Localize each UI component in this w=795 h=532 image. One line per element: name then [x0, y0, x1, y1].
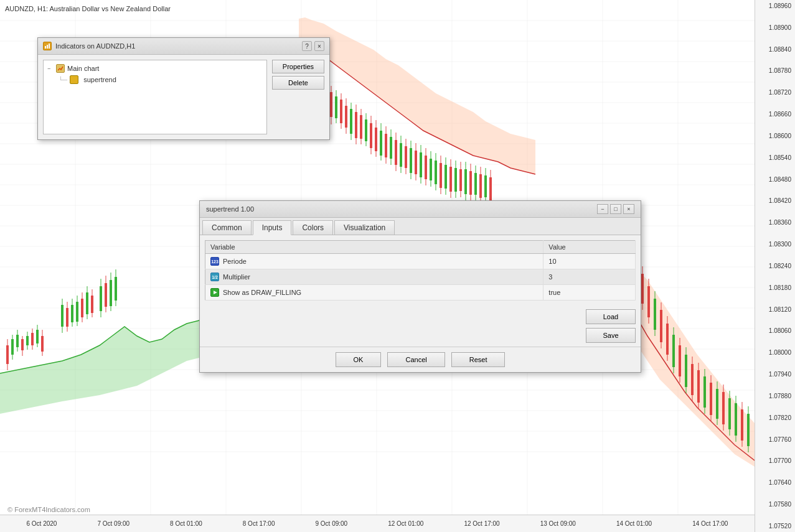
- time-label-8: 14 Oct 01:00: [616, 520, 652, 527]
- supertrend-label: supertrend: [83, 76, 116, 83]
- price-label-0: 1.08960: [756, 2, 794, 9]
- price-label-20: 1.07760: [756, 436, 794, 443]
- price-label-1: 1.08900: [756, 24, 794, 31]
- variable-cell-0: 123 Periode: [205, 254, 543, 269]
- table-row[interactable]: 1/2 Multiplier 3: [205, 269, 636, 285]
- value-cell-1[interactable]: 3: [543, 269, 636, 285]
- cancel-button[interactable]: Cancel: [387, 352, 445, 367]
- save-button[interactable]: Save: [586, 328, 636, 343]
- price-label-2: 1.08840: [756, 46, 794, 53]
- props-close-button[interactable]: ×: [623, 204, 634, 214]
- properties-dialog: supertrend 1.00 − □ × Common Inputs Colo…: [199, 200, 641, 373]
- chart-watermark: © ForexMT4Indicators.com: [7, 506, 90, 513]
- value-cell-0[interactable]: 10: [543, 254, 636, 269]
- price-label-9: 1.08420: [756, 197, 794, 204]
- props-dialog-title: supertrend 1.00: [206, 205, 254, 213]
- price-label-23: 1.07580: [756, 501, 794, 508]
- price-label-11: 1.08300: [756, 241, 794, 248]
- table-row[interactable]: ▶ Show as DRAW_FILLING true: [205, 285, 636, 301]
- tree-supertrend[interactable]: └─ supertrend: [46, 74, 264, 85]
- properties-button[interactable]: Properties: [272, 60, 324, 73]
- tab-visualization[interactable]: Visualization: [334, 220, 395, 235]
- svg-rect-174: [47, 45, 48, 49]
- svg-rect-175: [49, 44, 50, 49]
- chart-icon: [56, 64, 65, 73]
- delete-button[interactable]: Delete: [272, 76, 324, 90]
- price-axis: 1.08960 1.08900 1.08840 1.08780 1.08720 …: [755, 0, 795, 532]
- time-label-4: 9 Oct 09:00: [315, 520, 347, 527]
- variable-icon-1: 1/2: [210, 273, 219, 281]
- titlebar-left: Indicators on AUDNZD,H1: [43, 42, 135, 50]
- price-label-7: 1.08540: [756, 154, 794, 161]
- indicators-dialog-title: Indicators on AUDNZD,H1: [55, 42, 135, 50]
- time-label-3: 8 Oct 17:00: [243, 520, 275, 527]
- props-maximize-button[interactable]: □: [610, 204, 621, 214]
- main-chart-label: Main chart: [67, 65, 99, 72]
- props-bottom: Load Save: [200, 306, 641, 347]
- price-label-21: 1.07700: [756, 457, 794, 464]
- price-label-8: 1.08480: [756, 176, 794, 183]
- price-label-22: 1.07640: [756, 479, 794, 486]
- titlebar-controls: ? ×: [302, 41, 324, 51]
- indicators-body: − Main chart └─ supertrend Properties De…: [38, 55, 329, 139]
- tab-inputs[interactable]: Inputs: [253, 220, 292, 235]
- svg-rect-173: [45, 46, 46, 49]
- table-row[interactable]: 123 Periode 10: [205, 254, 636, 269]
- price-label-19: 1.07820: [756, 414, 794, 421]
- price-label-13: 1.08180: [756, 284, 794, 291]
- price-label-3: 1.08780: [756, 67, 794, 74]
- time-label-1: 7 Oct 09:00: [97, 520, 129, 527]
- price-label-17: 1.07940: [756, 371, 794, 378]
- tree-line: └─: [59, 77, 67, 83]
- variable-icon-0: 123: [210, 257, 219, 266]
- props-content: Variable Value 123 Periode 10: [200, 235, 641, 306]
- props-table: Variable Value 123 Periode 10: [205, 240, 636, 301]
- time-label-5: 12 Oct 01:00: [388, 520, 423, 527]
- indicators-dialog: Indicators on AUDNZD,H1 ? × − Main chart…: [37, 37, 330, 140]
- props-minimize-button[interactable]: −: [597, 204, 608, 214]
- props-table-header: Variable Value: [205, 241, 636, 254]
- supertrend-icon: [70, 75, 78, 84]
- indicators-icon: [43, 42, 52, 50]
- chart-title: AUDNZD, H1: Australian Dollar vs New Zea…: [5, 5, 171, 12]
- tree-main-chart[interactable]: − Main chart: [46, 63, 264, 74]
- price-label-4: 1.08720: [756, 89, 794, 96]
- time-label-6: 12 Oct 17:00: [464, 520, 499, 527]
- value-cell-2[interactable]: true: [543, 285, 636, 301]
- time-label-0: 6 Oct 2020: [26, 520, 57, 527]
- variable-cell-2: ▶ Show as DRAW_FILLING: [205, 285, 543, 301]
- ok-button[interactable]: OK: [336, 352, 382, 367]
- variable-cell-1: 1/2 Multiplier: [205, 269, 543, 285]
- time-label-7: 13 Oct 09:00: [540, 520, 576, 527]
- dialog-buttons: Properties Delete: [272, 60, 324, 134]
- tab-colors[interactable]: Colors: [293, 220, 333, 235]
- variable-icon-2: ▶: [210, 288, 219, 297]
- price-label-14: 1.08120: [756, 306, 794, 313]
- price-label-16: 1.08000: [756, 349, 794, 356]
- tabs-bar: Common Inputs Colors Visualization: [200, 218, 641, 235]
- col-variable-header: Variable: [205, 241, 543, 254]
- time-label-9: 14 Oct 17:00: [692, 520, 728, 527]
- props-controls: − □ ×: [597, 204, 634, 214]
- indicators-help-button[interactable]: ?: [302, 41, 312, 51]
- reset-button[interactable]: Reset: [451, 352, 506, 367]
- indicators-close-button[interactable]: ×: [314, 41, 324, 51]
- price-label-24: 1.07520: [756, 523, 794, 530]
- price-label-12: 1.08240: [756, 263, 794, 269]
- price-label-18: 1.07880: [756, 393, 794, 399]
- props-titlebar: supertrend 1.00 − □ ×: [200, 201, 641, 218]
- indicators-titlebar: Indicators on AUDNZD,H1 ? ×: [38, 38, 329, 55]
- price-label-6: 1.08600: [756, 133, 794, 139]
- dialog-footer: OK Cancel Reset: [200, 347, 641, 372]
- indicator-tree[interactable]: − Main chart └─ supertrend: [43, 60, 267, 134]
- col-value-header: Value: [543, 241, 636, 254]
- props-table-body: 123 Periode 10 1/2 Multiplier: [205, 254, 636, 301]
- tree-expand-icon: −: [47, 65, 54, 72]
- load-button[interactable]: Load: [586, 309, 636, 324]
- time-axis: 6 Oct 2020 7 Oct 09:00 8 Oct 01:00 8 Oct…: [0, 515, 755, 532]
- price-label-5: 1.08660: [756, 111, 794, 118]
- price-label-15: 1.08060: [756, 327, 794, 334]
- price-label-10: 1.08360: [756, 219, 794, 226]
- tab-common[interactable]: Common: [202, 220, 252, 235]
- time-label-2: 8 Oct 01:00: [170, 520, 202, 527]
